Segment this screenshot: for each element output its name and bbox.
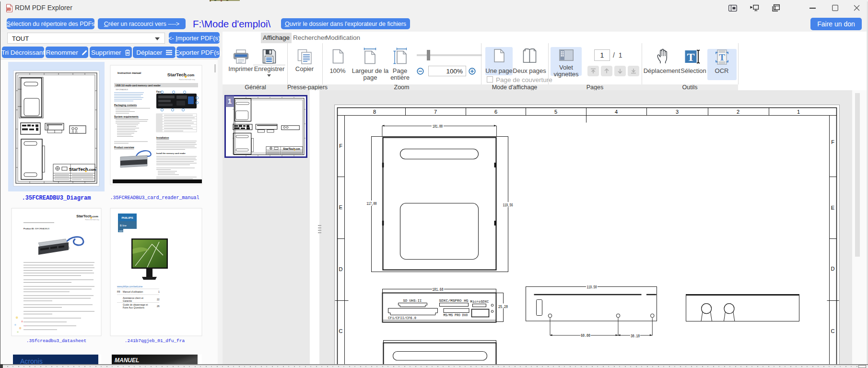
svg-text:1: 1 xyxy=(797,109,800,115)
svg-text:Install the memory card reader: Install the memory card reader xyxy=(156,152,186,154)
svg-text:E: E xyxy=(831,205,834,211)
svg-text:C: C xyxy=(831,328,835,334)
svg-text:3: 3 xyxy=(676,109,679,115)
svg-text:D: D xyxy=(339,266,343,272)
svg-text:PHILIPS: PHILIPS xyxy=(121,216,133,219)
svg-text:CF1/CFII/CF6.0: CF1/CFII/CF6.0 xyxy=(388,316,416,320)
svg-text:F: F xyxy=(339,143,342,149)
svg-text:Garantie: Garantie xyxy=(123,299,132,302)
svg-text:Instruction manual: Instruction manual xyxy=(117,71,141,74)
svg-text:B line: B line xyxy=(120,224,127,227)
svg-text:4: 4 xyxy=(615,109,618,115)
svg-text:FR: FR xyxy=(117,290,120,293)
svg-text:8: 8 xyxy=(373,109,376,115)
svg-text:117,00: 117,00 xyxy=(366,201,376,206)
svg-text:Foire Aux Questions: Foire Aux Questions xyxy=(123,306,145,309)
svg-text:StarTech.com: StarTech.com xyxy=(283,147,300,150)
svg-text:SD UHS-II: SD UHS-II xyxy=(403,299,422,303)
svg-text:6: 6 xyxy=(494,109,497,115)
svg-text:Packaging contents: Packaging contents xyxy=(114,104,137,107)
svg-text:119.50: 119.50 xyxy=(586,284,597,289)
svg-text:D: D xyxy=(831,266,835,272)
svg-text:7: 7 xyxy=(434,109,437,115)
svg-text:T: T xyxy=(719,52,725,62)
svg-text:119,56: 119,56 xyxy=(503,202,513,208)
svg-text:Product ID: 35FCREADBU3: Product ID: 35FCREADBU3 xyxy=(23,227,49,230)
svg-text:Manuel d'utilisation: Manuel d'utilisation xyxy=(123,290,143,293)
svg-text:System requirements: System requirements xyxy=(114,115,139,118)
svg-text:T: T xyxy=(687,51,694,63)
svg-text:USB 3.0 multi-card memory card: USB 3.0 multi-card memory card reader xyxy=(116,84,161,87)
svg-text:PDF: PDF xyxy=(7,8,11,11)
svg-text:2: 2 xyxy=(737,109,739,115)
svg-text:F: F xyxy=(831,139,834,145)
svg-text:Hard-to-find made easy: Hard-to-find made easy xyxy=(179,79,195,81)
svg-text:60.00: 60.00 xyxy=(581,333,590,338)
svg-text:35FCREADBU3: 35FCREADBU3 xyxy=(116,89,128,91)
svg-text:30.10: 30.10 xyxy=(631,333,640,339)
svg-text:Product overview: Product overview xyxy=(114,146,134,149)
svg-text:22: 22 xyxy=(157,298,160,301)
svg-text:Installation: Installation xyxy=(156,136,169,139)
svg-text:5: 5 xyxy=(554,109,557,115)
svg-text:Hard-to-find made easy: Hard-to-find made easy xyxy=(85,219,99,221)
svg-text:MicroSDXC: MicroSDXC xyxy=(470,299,489,303)
svg-text:E: E xyxy=(339,204,342,210)
svg-text:246E7: 246E7 xyxy=(119,230,124,232)
svg-text:SDXC/MSPRO HG: SDXC/MSPRO HG xyxy=(439,298,468,303)
svg-text:101.60: 101.60 xyxy=(433,286,444,292)
svg-text:StarTech.com: StarTech.com xyxy=(76,214,98,218)
svg-text:1: 1 xyxy=(158,290,160,293)
svg-text:MANUEL: MANUEL xyxy=(115,357,139,364)
svg-text:MS/MS PRO DUO: MS/MS PRO DUO xyxy=(443,313,468,317)
svg-text:26: 26 xyxy=(157,305,160,308)
svg-text:C: C xyxy=(339,328,343,334)
svg-text:www.philips.com/welcome: www.philips.com/welcome xyxy=(117,285,143,288)
svg-text:25.20: 25.20 xyxy=(498,304,508,309)
svg-text:101.00: 101.00 xyxy=(433,123,443,129)
